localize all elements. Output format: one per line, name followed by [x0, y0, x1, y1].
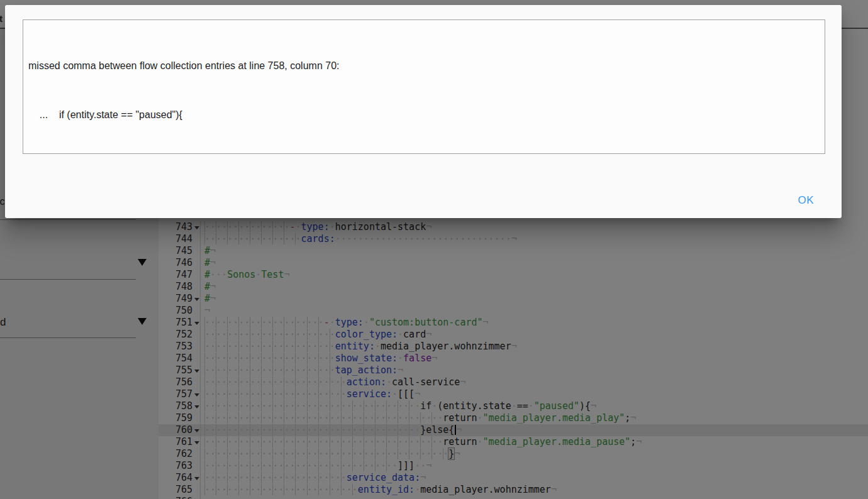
error-textarea[interactable]: missed comma between flow collection ent…: [23, 19, 825, 154]
error-code-line: ... if (entity.state == "paused"){: [28, 107, 820, 123]
ok-button[interactable]: OK: [787, 189, 824, 212]
error-dialog: missed comma between flow collection ent…: [5, 5, 842, 218]
error-message-line: missed comma between flow collection ent…: [28, 58, 820, 74]
